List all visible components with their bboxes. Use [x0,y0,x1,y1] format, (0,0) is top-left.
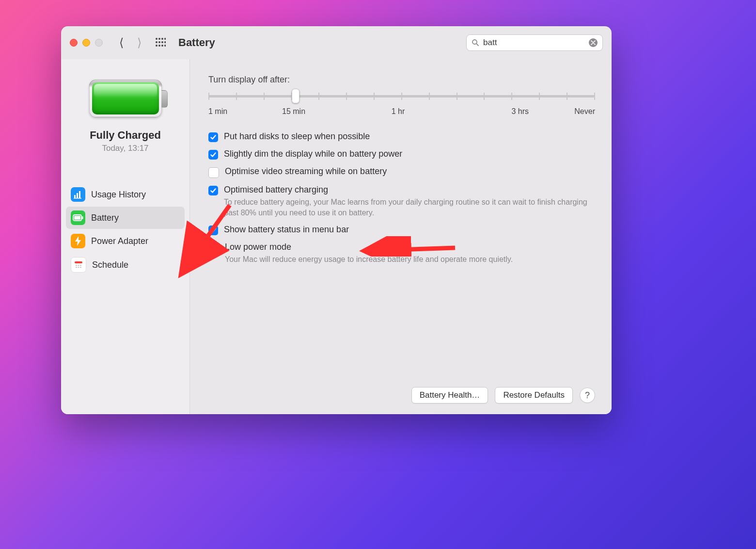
window-controls [70,39,103,47]
restore-defaults-button[interactable]: Restore Defaults [495,387,573,404]
svg-rect-25 [80,265,81,266]
slider-tick-label: Never [566,107,595,116]
display-off-slider[interactable] [208,90,595,103]
option-row: Show battery status in menu bar [208,225,595,235]
svg-rect-17 [74,198,81,199]
minimize-window-button[interactable] [82,39,90,47]
preferences-window: ⟨ ⟩ Battery batt [61,26,612,414]
page-title: Battery [178,36,215,49]
svg-rect-22 [75,263,82,269]
back-button[interactable]: ⟨ [119,36,124,49]
svg-point-4 [156,41,158,43]
svg-point-10 [161,45,163,47]
help-button[interactable]: ? [580,388,595,403]
main-panel: Turn display off after: 1 min 15 min 1 h… [190,59,612,414]
option-label: Slightly dim the display while on batter… [224,149,402,159]
option-label: Low power mode [225,242,513,252]
svg-point-1 [158,38,160,40]
svg-rect-15 [77,193,78,198]
bolt-icon [71,234,85,248]
svg-rect-23 [76,265,77,266]
svg-rect-26 [76,267,77,268]
slider-tick-label: 1 min [208,107,245,116]
checkbox[interactable] [208,167,219,178]
content: Fully Charged Today, 13:17 Usage History [61,59,612,414]
svg-rect-14 [74,195,76,198]
slider-thumb[interactable] [292,89,299,103]
option-row: Low power modeYour Mac will reduce energ… [208,242,595,265]
sidebar-item-label: Battery [91,213,119,223]
sidebar-item-power-adapter[interactable]: Power Adapter [66,230,185,252]
checkbox[interactable] [208,132,218,142]
chart-icon [71,187,85,202]
show-all-icon[interactable] [155,37,166,48]
svg-rect-19 [74,216,80,220]
checkbox[interactable] [208,186,218,195]
svg-rect-28 [80,267,81,268]
svg-point-0 [156,38,158,40]
sidebar-item-usage-history[interactable]: Usage History [66,183,185,206]
slider-tick-labels: 1 min 15 min 1 hr 3 hrs Never [208,107,595,116]
option-description: Your Mac will reduce energy usage to inc… [225,254,513,265]
checkbox[interactable] [208,150,218,160]
svg-rect-24 [78,265,79,266]
forward-button: ⟩ [137,36,142,49]
sidebar-nav: Usage History Battery [66,183,185,276]
battery-status-title: Fully Charged [90,129,161,142]
svg-point-9 [158,45,160,47]
sidebar: Fully Charged Today, 13:17 Usage History [61,59,190,414]
battery-health-button[interactable]: Battery Health… [411,387,488,404]
slider-tick-label: 3 hrs [446,107,529,116]
close-window-button[interactable] [70,39,78,47]
search-field[interactable]: batt [466,34,603,51]
slider-tick-label: 15 min [282,107,350,116]
option-label: Put hard disks to sleep when possible [224,131,370,142]
svg-point-11 [164,45,166,47]
option-row: Optimise video streaming while on batter… [208,166,595,178]
option-row: Optimised battery chargingTo reduce batt… [208,185,595,218]
sidebar-item-label: Usage History [91,190,146,200]
svg-rect-21 [75,261,82,263]
svg-point-8 [156,45,158,47]
svg-point-7 [164,41,166,43]
checkbox[interactable] [208,226,218,235]
battery-icon-large [89,80,162,117]
svg-rect-16 [79,191,80,198]
sidebar-item-label: Schedule [92,260,128,270]
svg-rect-27 [78,267,79,268]
calendar-icon [71,257,86,273]
svg-point-6 [161,41,163,43]
nav-arrows: ⟨ ⟩ [119,36,142,49]
option-label: Optimise video streaming while on batter… [225,166,387,177]
svg-line-13 [476,44,478,46]
sidebar-item-battery[interactable]: Battery [66,207,185,229]
battery-status-time: Today, 13:17 [102,144,148,153]
clear-search-button[interactable] [589,38,598,47]
svg-rect-20 [82,216,83,219]
option-label: Optimised battery charging [224,185,595,195]
footer: Battery Health… Restore Defaults ? [208,387,595,404]
options-list: Put hard disks to sleep when possibleSli… [208,131,595,265]
zoom-window-button [95,39,103,47]
option-row: Put hard disks to sleep when possible [208,131,595,142]
toolbar: ⟨ ⟩ Battery batt [61,26,612,59]
option-description: To reduce battery ageing, your Mac learn… [224,197,595,218]
option-row: Slightly dim the display while on batter… [208,149,595,160]
slider-label: Turn display off after: [208,75,595,85]
battery-icon [71,210,85,225]
slider-tick-label: 1 hr [387,107,409,116]
option-label: Show battery status in menu bar [224,225,349,235]
search-icon [472,39,479,47]
svg-point-2 [161,38,163,40]
sidebar-item-schedule[interactable]: Schedule [66,253,185,276]
search-input[interactable]: batt [483,38,585,48]
svg-point-5 [158,41,160,43]
checkbox[interactable] [208,243,219,254]
sidebar-item-label: Power Adapter [91,236,148,246]
svg-point-3 [164,38,166,40]
